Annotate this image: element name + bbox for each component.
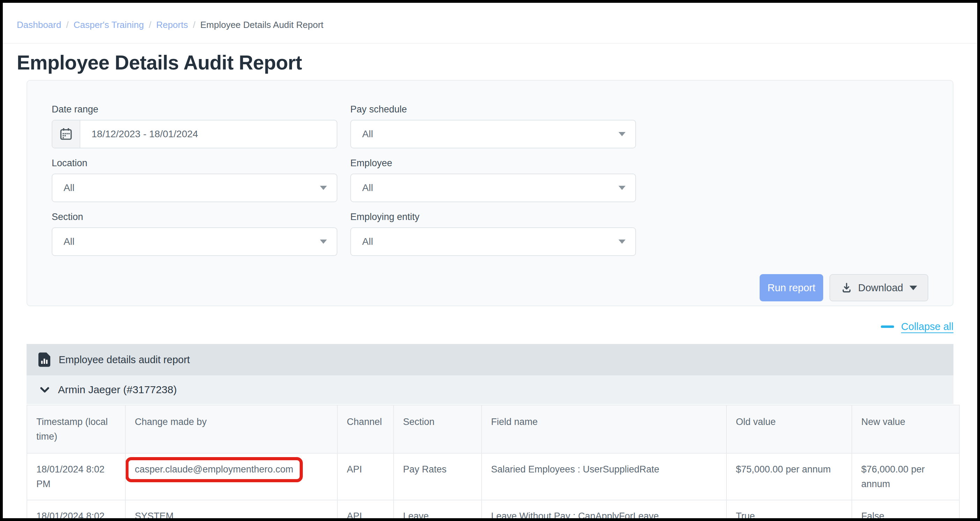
change-made-by-value: casper.claude@employmenthero.com: [135, 464, 293, 475]
calendar-icon: [59, 127, 73, 141]
minus-icon[interactable]: [881, 326, 894, 328]
pay-schedule-label: Pay schedule: [350, 104, 636, 115]
cell-old-value: True: [727, 500, 852, 521]
section-value: All: [52, 236, 75, 247]
chevron-down-icon: [619, 132, 625, 136]
breadcrumb-separator: /: [193, 19, 195, 30]
location-value: All: [52, 182, 75, 194]
breadcrumb: Dashboard / Casper's Training / Reports …: [3, 3, 977, 44]
section-select[interactable]: All: [52, 227, 337, 256]
run-report-button[interactable]: Run report: [760, 274, 823, 301]
cell-new-value: $76,000.00 per annum: [852, 453, 959, 500]
chevron-down-icon: [320, 240, 327, 244]
report-section: Employee details audit report Armin Jaeg…: [27, 344, 953, 521]
column-header-field-name: Field name: [482, 405, 727, 453]
collapse-all-link[interactable]: Collapse all: [901, 321, 953, 332]
chevron-down-icon: [619, 240, 625, 244]
chevron-down-icon: [619, 186, 625, 190]
cell-old-value: $75,000.00 per annum: [727, 453, 852, 500]
cell-timestamp: 18/01/2024 8:02 PM: [27, 500, 126, 521]
chevron-down-icon: [910, 286, 917, 290]
column-header-timestamp: Timestamp (local time): [27, 405, 126, 453]
filter-grid: Date range: [52, 104, 928, 265]
report-file-icon: [38, 352, 50, 367]
breadcrumb-current: Employee Details Audit Report: [200, 19, 323, 30]
cell-change-made-by: SYSTEM: [126, 500, 337, 521]
field-section: Section All: [52, 211, 337, 256]
page-title: Employee Details Audit Report: [17, 51, 977, 74]
cell-timestamp: 18/01/2024 8:02 PM: [27, 453, 126, 500]
collapse-all-row: Collapse all: [27, 320, 953, 333]
cell-section: Pay Rates: [394, 453, 482, 500]
employing-entity-select[interactable]: All: [350, 227, 636, 256]
date-range-input[interactable]: 18/12/2023 - 18/01/2024: [52, 120, 337, 148]
download-button[interactable]: Download: [829, 274, 928, 301]
table-row: 18/01/2024 8:02 PM casper.claude@employm…: [27, 453, 959, 500]
pay-schedule-select[interactable]: All: [350, 120, 636, 148]
column-header-change-made-by: Change made by: [126, 405, 337, 453]
table-header-row: Timestamp (local time) Change made by Ch…: [27, 405, 959, 453]
panel-actions: Run report Download: [52, 274, 928, 301]
employee-label: Employee: [350, 157, 636, 169]
field-employee: Employee All: [350, 157, 636, 202]
filter-panel: Date range: [27, 80, 953, 306]
column-header-section: Section: [394, 405, 482, 453]
download-icon: [841, 282, 853, 294]
report-title-bar: Employee details audit report: [27, 344, 953, 375]
date-range-value: 18/12/2023 - 18/01/2024: [80, 129, 198, 140]
employee-group-label: Armin Jaeger (#3177238): [58, 384, 177, 396]
chevron-down-icon: [320, 186, 327, 190]
field-date-range: Date range: [52, 104, 337, 148]
employing-entity-label: Employing entity: [350, 211, 636, 222]
field-location: Location All: [52, 157, 337, 202]
pay-schedule-value: All: [351, 129, 373, 140]
employee-select[interactable]: All: [350, 173, 636, 202]
breadcrumb-dashboard[interactable]: Dashboard: [17, 19, 61, 30]
field-pay-schedule: Pay schedule All: [350, 104, 636, 148]
date-range-label: Date range: [52, 104, 337, 115]
breadcrumb-separator: /: [66, 19, 68, 30]
table-row: 18/01/2024 8:02 PM SYSTEM API Leave Allo…: [27, 500, 959, 521]
location-label: Location: [52, 157, 337, 169]
page-frame: Dashboard / Casper's Training / Reports …: [0, 0, 980, 521]
field-employing-entity: Employing entity All: [350, 211, 636, 256]
cell-field-name: Salaried Employees : UserSuppliedRate: [482, 453, 727, 500]
report-title: Employee details audit report: [59, 354, 190, 365]
breadcrumb-separator: /: [149, 19, 151, 30]
column-header-new-value: New value: [852, 405, 959, 453]
employee-group-row[interactable]: Armin Jaeger (#3177238): [27, 375, 953, 405]
cell-change-made-by: casper.claude@employmenthero.com: [126, 453, 337, 500]
cell-field-name: Leave Without Pay : CanApplyForLeave: [482, 500, 727, 521]
cell-channel: API: [337, 453, 394, 500]
column-header-old-value: Old value: [727, 405, 852, 453]
annotation-highlight-box: casper.claude@employmenthero.com: [126, 457, 303, 482]
column-header-channel: Channel: [337, 405, 394, 453]
breadcrumb-reports[interactable]: Reports: [156, 19, 188, 30]
section-label: Section: [52, 211, 337, 222]
breadcrumb-caspers-training[interactable]: Casper's Training: [73, 19, 144, 30]
chevron-down-icon: [39, 384, 50, 395]
cell-section: Leave Allowances: [394, 500, 482, 521]
cell-channel: API: [337, 500, 394, 521]
download-button-label: Download: [858, 282, 903, 294]
audit-table: Timestamp (local time) Change made by Ch…: [27, 405, 960, 521]
calendar-addon[interactable]: [52, 121, 80, 148]
employing-entity-value: All: [351, 236, 373, 247]
employee-value: All: [351, 182, 373, 194]
cell-new-value: False: [852, 500, 959, 521]
location-select[interactable]: All: [52, 173, 337, 202]
